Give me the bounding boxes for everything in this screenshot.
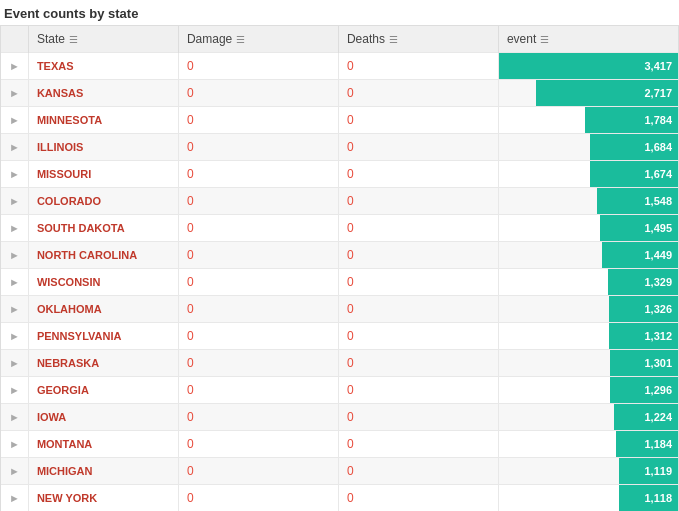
table-row[interactable]: ►SOUTH DAKOTA001,495 bbox=[1, 215, 678, 242]
state-cell: OKLAHOMA bbox=[28, 296, 178, 323]
table-row[interactable]: ►MISSOURI001,674 bbox=[1, 161, 678, 188]
table-row[interactable]: ►KANSAS002,717 bbox=[1, 80, 678, 107]
expand-cell[interactable]: ► bbox=[1, 458, 28, 485]
deaths-cell: 0 bbox=[338, 161, 498, 188]
state-cell: ILLINOIS bbox=[28, 134, 178, 161]
event-bar: 1,224 bbox=[614, 404, 678, 430]
event-col-header[interactable]: event ☰ bbox=[498, 26, 678, 53]
expand-cell[interactable]: ► bbox=[1, 188, 28, 215]
expand-cell[interactable]: ► bbox=[1, 80, 28, 107]
damage-cell: 0 bbox=[178, 107, 338, 134]
event-bar: 1,119 bbox=[619, 458, 678, 484]
deaths-sort-icon[interactable]: ☰ bbox=[389, 34, 398, 45]
deaths-cell: 0 bbox=[338, 431, 498, 458]
expand-cell[interactable]: ► bbox=[1, 485, 28, 512]
expand-cell[interactable]: ► bbox=[1, 404, 28, 431]
table-row[interactable]: ►IOWA001,224 bbox=[1, 404, 678, 431]
event-value: 1,119 bbox=[644, 465, 672, 477]
damage-cell: 0 bbox=[178, 80, 338, 107]
state-cell: MICHIGAN bbox=[28, 458, 178, 485]
event-value: 1,495 bbox=[644, 222, 672, 234]
damage-cell: 0 bbox=[178, 269, 338, 296]
event-sort-icon[interactable]: ☰ bbox=[540, 34, 549, 45]
table-row[interactable]: ►NEBRASKA001,301 bbox=[1, 350, 678, 377]
deaths-cell: 0 bbox=[338, 107, 498, 134]
table-row[interactable]: ►GEORGIA001,296 bbox=[1, 377, 678, 404]
event-value: 1,312 bbox=[644, 330, 672, 342]
table-row[interactable]: ►MICHIGAN001,119 bbox=[1, 458, 678, 485]
state-cell: MISSOURI bbox=[28, 161, 178, 188]
event-cell: 1,674 bbox=[498, 161, 678, 188]
event-bar: 1,684 bbox=[590, 134, 678, 160]
expand-cell[interactable]: ► bbox=[1, 269, 28, 296]
deaths-cell: 0 bbox=[338, 53, 498, 80]
event-value: 1,674 bbox=[644, 168, 672, 180]
event-value: 1,784 bbox=[644, 114, 672, 126]
deaths-cell: 0 bbox=[338, 377, 498, 404]
deaths-cell: 0 bbox=[338, 458, 498, 485]
damage-cell: 0 bbox=[178, 431, 338, 458]
damage-sort-icon[interactable]: ☰ bbox=[236, 34, 245, 45]
event-value: 1,184 bbox=[644, 438, 672, 450]
event-value: 2,717 bbox=[644, 87, 672, 99]
event-bar: 1,312 bbox=[609, 323, 678, 349]
expand-cell[interactable]: ► bbox=[1, 431, 28, 458]
event-cell: 3,417 bbox=[498, 53, 678, 80]
state-cell: SOUTH DAKOTA bbox=[28, 215, 178, 242]
table-row[interactable]: ►OKLAHOMA001,326 bbox=[1, 296, 678, 323]
table-row[interactable]: ►PENNSYLVANIA001,312 bbox=[1, 323, 678, 350]
state-sort-icon[interactable]: ☰ bbox=[69, 34, 78, 45]
expand-cell[interactable]: ► bbox=[1, 323, 28, 350]
table-body: ►TEXAS003,417►KANSAS002,717►MINNESOTA001… bbox=[1, 53, 678, 512]
state-cell: TEXAS bbox=[28, 53, 178, 80]
event-value: 1,326 bbox=[644, 303, 672, 315]
event-cell: 1,301 bbox=[498, 350, 678, 377]
expand-cell[interactable]: ► bbox=[1, 296, 28, 323]
damage-cell: 0 bbox=[178, 242, 338, 269]
event-bar: 1,184 bbox=[616, 431, 678, 457]
event-bar: 1,326 bbox=[609, 296, 678, 322]
expand-cell[interactable]: ► bbox=[1, 350, 28, 377]
event-value: 1,224 bbox=[644, 411, 672, 423]
damage-cell: 0 bbox=[178, 134, 338, 161]
state-cell: IOWA bbox=[28, 404, 178, 431]
expand-cell[interactable]: ► bbox=[1, 107, 28, 134]
table-row[interactable]: ►WISCONSIN001,329 bbox=[1, 269, 678, 296]
event-bar: 1,296 bbox=[610, 377, 678, 403]
damage-col-header[interactable]: Damage ☰ bbox=[178, 26, 338, 53]
table-row[interactable]: ►COLORADO001,548 bbox=[1, 188, 678, 215]
expand-cell[interactable]: ► bbox=[1, 242, 28, 269]
damage-cell: 0 bbox=[178, 161, 338, 188]
deaths-col-header[interactable]: Deaths ☰ bbox=[338, 26, 498, 53]
table-row[interactable]: ►NEW YORK001,118 bbox=[1, 485, 678, 512]
damage-cell: 0 bbox=[178, 188, 338, 215]
expand-cell[interactable]: ► bbox=[1, 377, 28, 404]
table-row[interactable]: ►NORTH CAROLINA001,449 bbox=[1, 242, 678, 269]
event-bar: 1,674 bbox=[590, 161, 678, 187]
event-cell: 1,548 bbox=[498, 188, 678, 215]
state-col-header[interactable]: State ☰ bbox=[28, 26, 178, 53]
table-row[interactable]: ►ILLINOIS001,684 bbox=[1, 134, 678, 161]
expand-cell[interactable]: ► bbox=[1, 134, 28, 161]
table-row[interactable]: ►TEXAS003,417 bbox=[1, 53, 678, 80]
table-row[interactable]: ►MINNESOTA001,784 bbox=[1, 107, 678, 134]
deaths-cell: 0 bbox=[338, 188, 498, 215]
event-value: 1,548 bbox=[644, 195, 672, 207]
deaths-cell: 0 bbox=[338, 485, 498, 512]
event-cell: 1,329 bbox=[498, 269, 678, 296]
event-value: 1,449 bbox=[644, 249, 672, 261]
deaths-cell: 0 bbox=[338, 350, 498, 377]
state-cell: MINNESOTA bbox=[28, 107, 178, 134]
event-bar: 1,329 bbox=[608, 269, 678, 295]
damage-cell: 0 bbox=[178, 377, 338, 404]
expand-cell[interactable]: ► bbox=[1, 215, 28, 242]
damage-cell: 0 bbox=[178, 215, 338, 242]
expand-cell[interactable]: ► bbox=[1, 161, 28, 188]
deaths-cell: 0 bbox=[338, 269, 498, 296]
expand-cell[interactable]: ► bbox=[1, 53, 28, 80]
damage-cell: 0 bbox=[178, 350, 338, 377]
table-row[interactable]: ►MONTANA001,184 bbox=[1, 431, 678, 458]
deaths-cell: 0 bbox=[338, 80, 498, 107]
event-cell: 2,717 bbox=[498, 80, 678, 107]
state-cell: COLORADO bbox=[28, 188, 178, 215]
